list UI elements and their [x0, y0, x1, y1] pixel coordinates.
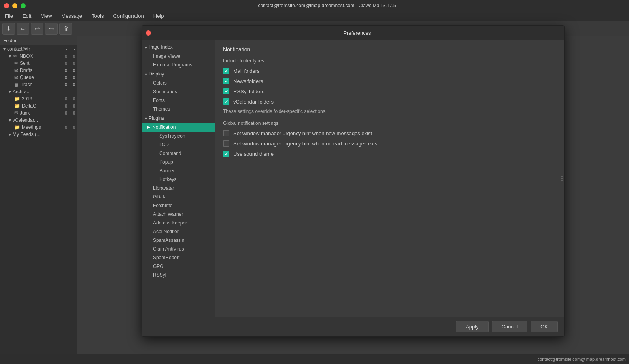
folder-item-queue[interactable]: ✉ Queue 0 0	[0, 74, 77, 81]
urgency-new-checkbox[interactable]	[223, 130, 229, 136]
ok-button[interactable]: OK	[531, 321, 558, 332]
nav-sub-item-command[interactable]: Command	[142, 149, 215, 158]
menu-tools[interactable]: Tools	[89, 12, 106, 20]
nav-item-gpg[interactable]: GPG	[142, 262, 215, 271]
nav-item-themes[interactable]: Themes	[142, 105, 215, 113]
folder-item-contact[interactable]: ▾ contact@tr - -	[0, 45, 77, 53]
compose-button[interactable]: ✏	[17, 23, 29, 35]
menu-file[interactable]: File	[2, 12, 15, 20]
folder-label-inbox: INBOX	[18, 53, 61, 59]
nav-item-libravatar[interactable]: Libravatar	[142, 184, 215, 192]
preferences-dialog: Preferences ▸ Page Index Image Viewer Ex…	[142, 25, 565, 337]
folder-label-contact: contact@tr	[7, 46, 61, 52]
nav-item-summaries[interactable]: Summaries	[142, 87, 215, 96]
nav-arrow-page-index: ▸	[145, 45, 147, 49]
urgency-unread-row: Set window manager urgency hint when unr…	[223, 140, 552, 147]
nav-item-external-programs[interactable]: External Programs	[142, 60, 215, 69]
folder-item-meetings[interactable]: 📁 Meetings 0 0	[0, 124, 77, 131]
maximize-btn[interactable]	[21, 3, 26, 8]
settings-note: These settings override folder-specific …	[223, 109, 552, 114]
news-folders-row: News folders	[223, 78, 552, 84]
folder-label-archives: Archiv...	[13, 89, 61, 94]
notification-section-title: Notification	[223, 46, 552, 53]
apply-button[interactable]: Apply	[456, 321, 489, 332]
delete-button[interactable]: 🗑	[59, 23, 72, 35]
urgency-new-label: Set window manager urgency hint when new…	[233, 130, 372, 136]
nav-item-attach-warner[interactable]: Attach Warner	[142, 210, 215, 219]
folder-label-deltac: DeltaC	[22, 103, 61, 109]
menu-help[interactable]: Help	[151, 12, 166, 20]
nav-item-spamassassin[interactable]: SpamAssassin	[142, 236, 215, 245]
nav-item-fonts[interactable]: Fonts	[142, 96, 215, 105]
folder-item-2019[interactable]: 📁 2019 0 0	[0, 95, 77, 102]
folder-label-queue: Queue	[20, 75, 61, 80]
urgency-unread-checkbox[interactable]	[223, 140, 229, 147]
menu-edit[interactable]: Edit	[20, 12, 34, 20]
menu-configuration[interactable]: Configuration	[111, 12, 146, 20]
nav-item-fetchinfo[interactable]: Fetchinfo	[142, 201, 215, 210]
nav-item-gdata[interactable]: GData	[142, 192, 215, 201]
nav-item-notification[interactable]: Notification	[142, 123, 215, 132]
urgency-unread-label: Set window manager urgency hint when unr…	[233, 141, 379, 147]
folder-label-sent: Sent	[20, 60, 61, 66]
nav-item-address-keeper[interactable]: Address Keeper	[142, 219, 215, 227]
folder-item-deltac[interactable]: 📁 DeltaC 0 0	[0, 102, 77, 109]
nav-sub-item-hotkeys[interactable]: Hotkeys	[142, 175, 215, 184]
nav-item-colors[interactable]: Colors	[142, 79, 215, 87]
nav-sub-item-popup[interactable]: Popup	[142, 158, 215, 166]
mail-folders-label: Mail folders	[233, 68, 259, 74]
folder-header-label: Folder	[3, 38, 17, 43]
menu-message[interactable]: Message	[59, 12, 85, 20]
dialog-title-label: Preferences	[154, 30, 560, 36]
forward-button[interactable]: ↪	[45, 23, 58, 35]
folder-item-inbox[interactable]: ▾ ✉ INBOX 0 0	[0, 53, 77, 60]
nav-arrow-plugins: ▾	[145, 116, 147, 121]
folder-item-sent[interactable]: ✉ Sent 0 0	[0, 60, 77, 67]
close-btn[interactable]	[4, 3, 9, 8]
drag-handle	[560, 40, 564, 317]
minimize-btn[interactable]	[12, 3, 17, 8]
vcalendar-folders-checkbox[interactable]	[223, 98, 229, 105]
pref-content: Notification Include folder types Mail f…	[215, 40, 560, 317]
mail-folders-row: Mail folders	[223, 68, 552, 74]
mail-folders-checkbox[interactable]	[223, 68, 229, 74]
nav-sub-item-systrayicon[interactable]: SysTrayicon	[142, 132, 215, 140]
sound-theme-row: Use sound theme	[223, 151, 552, 157]
folder-item-junk[interactable]: ✉ Junk 0 0	[0, 109, 77, 117]
folder-item-archives[interactable]: ▾ Archiv... - -	[0, 88, 77, 95]
get-mail-button[interactable]: ⬇	[2, 23, 15, 35]
folder-item-drafts[interactable]: ✉ Drafts 0 0	[0, 67, 77, 74]
folder-label-myfeeds: My Feeds (...	[13, 132, 61, 137]
folder-item-myfeeds[interactable]: ▸ My Feeds (... - -	[0, 131, 77, 138]
statusbar: contact@tromsite.com@imap.dreamhost.com	[0, 354, 629, 364]
folder-item-trash[interactable]: 🗑 Trash 0 0	[0, 81, 77, 88]
reply-button[interactable]: ↩	[31, 23, 43, 35]
vcalendar-folders-label: vCalendar folders	[233, 99, 274, 105]
nav-section-plugins[interactable]: ▾ Plugins	[142, 113, 215, 123]
menu-view[interactable]: View	[38, 12, 54, 20]
dialog-close-button[interactable]	[146, 30, 151, 36]
sound-theme-checkbox[interactable]	[223, 151, 229, 157]
folder-label-junk: Junk	[20, 110, 61, 116]
nav-item-clam-antivirus[interactable]: Clam AntiVirus	[142, 245, 215, 253]
nav-sub-item-banner[interactable]: Banner	[142, 166, 215, 175]
nav-section-label-display: Display	[149, 71, 164, 77]
rssyl-folders-label: RSSyl folders	[233, 89, 264, 94]
nav-item-image-viewer[interactable]: Image Viewer	[142, 52, 215, 60]
rssyl-folders-row: RSSyl folders	[223, 88, 552, 94]
news-folders-checkbox[interactable]	[223, 78, 229, 84]
nav-section-display[interactable]: ▾ Display	[142, 69, 215, 79]
nav-item-spamreport[interactable]: SpamReport	[142, 253, 215, 262]
nav-arrow-display: ▾	[145, 72, 147, 76]
folder-item-vcalendar[interactable]: ▾ vCalendar... - -	[0, 117, 77, 124]
nav-section-page-index[interactable]: ▸ Page Index	[142, 42, 215, 52]
nav-sub-item-lcd[interactable]: LCD	[142, 140, 215, 149]
nav-item-acpi-notifier[interactable]: Acpi Notifier	[142, 227, 215, 236]
cancel-button[interactable]: Cancel	[492, 321, 527, 332]
folder-panel: Folder ▾ contact@tr - - ▾ ✉ INBOX 0 0 ✉ …	[0, 36, 77, 354]
sound-theme-label: Use sound theme	[233, 151, 274, 157]
dialog-body: ▸ Page Index Image Viewer External Progr…	[142, 40, 564, 317]
urgency-new-row: Set window manager urgency hint when new…	[223, 130, 552, 136]
rssyl-folders-checkbox[interactable]	[223, 88, 229, 94]
nav-item-rssyl[interactable]: RSSyl	[142, 271, 215, 279]
